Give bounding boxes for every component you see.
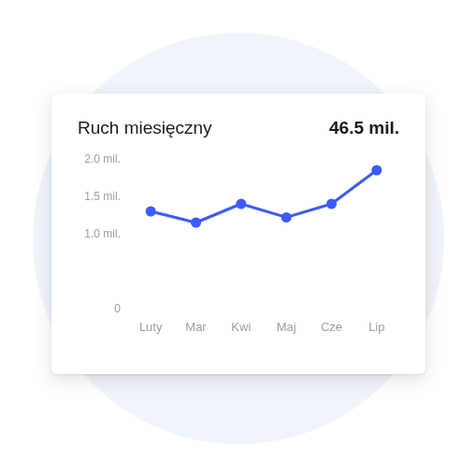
data-point [146,207,156,217]
x-tick-label: Luty [128,320,173,346]
card-title: Ruch miesięczny [78,118,212,138]
total-value: 46.5 mil. [329,118,399,138]
x-tick-label: Maj [264,320,309,346]
x-tick-label: Lip [354,320,399,346]
x-tick-label: Kwi [219,320,264,346]
y-tick-label: 2.0 mil. [84,152,121,166]
y-axis: 01.0 mil.1.5 mil.2.0 mil. [78,159,128,309]
data-point [281,212,292,223]
data-point [191,218,201,228]
traffic-card: Ruch miesięczny 46.5 mil. 01.0 mil.1.5 m… [51,94,426,374]
data-point [236,199,246,209]
chart-line [151,170,377,223]
data-point [326,199,337,209]
x-axis: LutyMarKwiMajCzeLip [128,320,399,346]
card-header: Ruch miesięczny 46.5 mil. [78,118,399,138]
line-chart [128,159,399,309]
data-point [371,166,382,176]
y-tick-label: 1.5 mil. [84,190,121,203]
y-tick-label: 1.0 mil. [84,227,121,240]
x-tick-label: Cze [309,320,353,346]
chart-area: 01.0 mil.1.5 mil.2.0 mil. LutyMarKwiMajC… [78,159,399,346]
x-tick-label: Mar [173,320,218,346]
y-tick-label: 0 [114,302,121,315]
